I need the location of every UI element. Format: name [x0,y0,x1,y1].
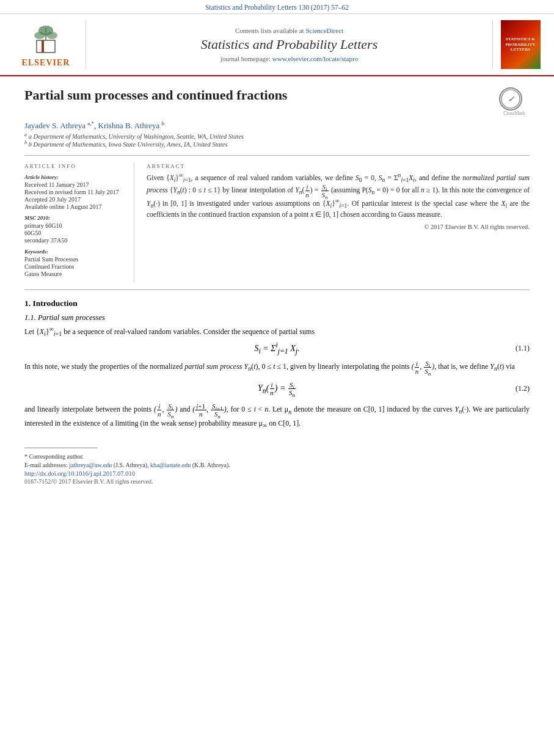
crossmark-icon: ✓ [499,87,522,111]
author-1-sup: a,* [87,120,94,126]
abstract-body-divider [24,289,530,290]
keywords-label: Keywords: [24,249,125,255]
author-2-link[interactable]: Krishna B. Athreya [98,121,160,130]
keyword-3: Gauss Measure [24,271,125,277]
msc-primary: primary 60G10 [24,222,125,229]
equation-1-2-number: (1.2) [516,384,530,393]
journal-cover: STATISTICS & PROBABILITY LETTERS [499,20,542,69]
crossmark-area: ✓ CrossMark [499,87,530,116]
corresponding-author-note: * Corresponding author. [24,453,530,460]
journal-homepage-line: journal homepage: www.elsevier.com/locat… [221,55,358,62]
footer-divider [24,448,98,448]
elsevier-brand-text: ELSEVIER [22,58,70,68]
journal-reference-text: Statistics and Probability Letters 130 (… [205,4,349,11]
author-1-link[interactable]: Jayadev S. Athreya [24,121,86,130]
msc-secondary2: secondary 37A50 [24,237,125,244]
email-2-link[interactable]: kha@iastate.edu [150,462,191,468]
keywords-block: Keywords: Partial Sum Processes Continue… [24,249,125,277]
body-para-3: and linearly interpolate between the poi… [24,402,530,429]
history-label: Article history: [24,174,125,180]
article-info-column: ARTICLE INFO Article history: Received 1… [24,163,134,282]
msc-block: MSC 2010: primary 60G10 60G50 secondary … [24,215,125,244]
paper-title-section: Partial sum processes and continued frac… [24,87,530,116]
keyword-1: Partial Sum Processes [24,256,125,263]
equation-1-1-number: (1.1) [516,344,530,353]
body-content: 1. Introduction 1.1. Partial sum process… [24,299,530,429]
doi-link[interactable]: http://dx.doi.org/10.1016/j.spl.2017.07.… [24,470,530,477]
msc-label: MSC 2010: [24,215,125,221]
email-1-link[interactable]: jathreya@uw.edu [69,462,112,468]
msc-secondary1: 60G50 [24,230,125,236]
svg-point-3 [34,32,45,39]
svg-rect-0 [37,40,55,53]
keyword-2: Continued Fractions [24,263,125,270]
abstract-heading: ABSTRACT [147,163,530,169]
journal-reference-bar: Statistics and Probability Letters 130 (… [0,0,554,14]
body-para-1: Let {Xi}∞i=1 be a sequence of real-value… [24,326,530,338]
homepage-link[interactable]: www.elsevier.com/locate/stapro [272,55,358,62]
affiliation-1: a a Department of Mathematics, Universit… [24,133,530,140]
subsection-11-heading: 1.1. Partial sum processes [24,313,530,322]
received-date: Received 11 January 2017 [24,181,125,188]
sciencedirect-link[interactable]: ScienceDirect [305,27,343,34]
copyright-footer: 0167-7152/© 2017 Elsevier B.V. All right… [24,478,530,485]
body-para-2: In this note, we study the properties of… [24,360,530,375]
elsevier-logo-svg [18,22,73,56]
svg-rect-5 [42,40,44,53]
elsevier-logo: ELSEVIER [12,20,79,69]
cover-thumbnail: STATISTICS & PROBABILITY LETTERS [501,20,541,69]
article-info-abstract: ARTICLE INFO Article history: Received 1… [24,163,530,282]
authors-line: Jayadev S. Athreya a,*, Krishna B. Athre… [24,121,530,131]
main-content: Partial sum processes and continued frac… [0,76,554,497]
svg-text:✓: ✓ [508,95,515,104]
journal-center: Contents lists available at ScienceDirec… [86,20,493,69]
available-online-date: Available online 1 August 2017 [24,203,125,210]
accepted-date: Accepted 20 July 2017 [24,196,125,203]
abstract-copyright: © 2017 Elsevier B.V. All rights reserved… [147,224,530,230]
paper-title: Partial sum processes and continued frac… [24,87,499,103]
article-history-block: Article history: Received 11 January 201… [24,174,125,210]
abstract-body: Given {Xi}∞i=1, a sequence of real value… [147,173,530,220]
equation-1-2-row: Yn(in) = SiSn (1.2) [24,381,530,396]
author-2-sup: b [162,120,165,126]
crossmark-label: CrossMark [499,111,530,116]
received-revised-date: Received in revised form 11 July 2017 [24,189,125,195]
affiliation-2: b b Department of Mathematics, Iowa Stat… [24,141,530,148]
section-1-heading: 1. Introduction [24,299,530,308]
journal-header: ELSEVIER Contents lists available at Sci… [0,14,554,76]
abstract-column: ABSTRACT Given {Xi}∞i=1, a sequence of r… [147,163,530,282]
article-info-heading: ARTICLE INFO [24,163,125,169]
cover-text: STATISTICS & PROBABILITY LETTERS [505,37,535,52]
equation-1-1-content: Si = Σij=1 Xj. [254,344,299,354]
header-divider [24,155,530,156]
contents-available-line: Contents lists available at ScienceDirec… [235,27,343,34]
email-footnote: E-mail addresses: jathreya@uw.edu (J.S. … [24,462,530,468]
equation-1-1-row: Si = Σij=1 Xj. (1.1) [24,344,530,354]
equation-1-2-content: Yn(in) = SiSn [258,381,296,396]
journal-title: Statistics and Probability Letters [201,37,377,53]
svg-point-4 [46,32,57,39]
